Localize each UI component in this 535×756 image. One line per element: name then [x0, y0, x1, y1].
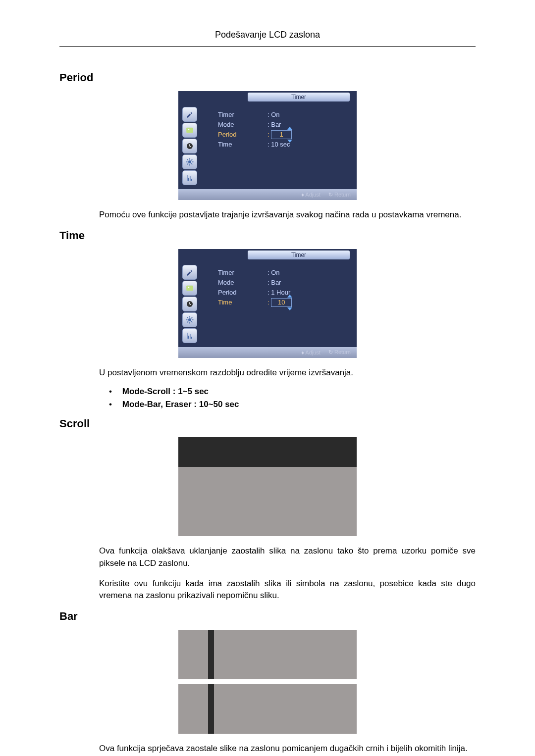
osd-value: : 1 [268, 130, 292, 140]
bar-cell [214, 630, 357, 679]
list-item-value: : 1~5 sec [170, 387, 209, 396]
osd-footer-adjust: ♦ Adjust [301, 192, 321, 198]
bar-cell [178, 684, 208, 734]
osd-footer-adjust: ♦ Adjust [301, 350, 321, 355]
osd-row-selected: Period : 1 [218, 130, 353, 140]
clock-icon [182, 297, 197, 311]
osd-row: Mode : Bar [218, 120, 353, 130]
osd-label: Timer [218, 110, 268, 120]
section-title-scroll: Scroll [59, 417, 476, 430]
picture-icon [182, 281, 197, 296]
paragraph: U postavljenom vremenskom razdoblju odre… [99, 367, 476, 379]
clock-icon [182, 139, 197, 153]
scroll-grey-area [178, 467, 357, 536]
osd-value-prefix: : [268, 299, 271, 306]
osd-value: : Bar [268, 120, 281, 130]
osd-screenshot-time: Timer Timer : On Mode : Bar Period : 1 H… [178, 249, 357, 358]
osd-label: Mode [218, 278, 268, 288]
osd-value: : Bar [268, 278, 281, 288]
bar-vertical-line [208, 630, 214, 679]
osd-label: Time [218, 140, 268, 150]
osd-value: : 10 [268, 298, 292, 307]
arrow-up-icon [287, 127, 292, 130]
list-item-label: Mode-Scroll [122, 387, 170, 396]
osd-icon-rail [182, 106, 218, 186]
list-item: Mode-Scroll : 1~5 sec [109, 387, 476, 397]
bar-illustration [178, 630, 357, 734]
osd-value-box: 1 [271, 130, 292, 139]
osd-screenshot-period: Timer Timer : On Mode : Bar Period : [178, 91, 357, 200]
section-title-time: Time [59, 229, 476, 242]
bar-gap [214, 679, 357, 684]
svg-point-1 [188, 129, 189, 130]
bullet-list: Mode-Scroll : 1~5 sec Mode-Bar, Eraser :… [109, 387, 476, 409]
scroll-illustration [178, 437, 357, 536]
osd-label: Period [218, 130, 268, 140]
bar-gap [208, 679, 214, 684]
osd-title: Timer [248, 93, 350, 101]
gear-icon [182, 312, 197, 327]
bar-cell [214, 684, 357, 734]
osd-row: Timer : On [218, 110, 353, 120]
brush-icon [182, 265, 197, 280]
osd-label: Mode [218, 120, 268, 130]
list-item-label: Mode-Bar, Eraser [122, 400, 192, 409]
osd-label: Period [218, 288, 268, 298]
osd-footer-return: ↻ Return [328, 192, 351, 198]
brush-icon [182, 107, 197, 122]
section-title-bar: Bar [59, 610, 476, 623]
section-title-period: Period [59, 71, 476, 84]
svg-point-7 [188, 318, 191, 321]
scroll-dark-band [178, 437, 357, 467]
osd-label: Timer [218, 268, 268, 278]
osd-row: Timer : On [218, 268, 353, 278]
osd-row: Time : 10 sec [218, 140, 353, 150]
osd-footer: ♦ Adjust ↻ Return [178, 189, 357, 200]
paragraph: Ova funkcija olakšava uklanjanje zaostal… [99, 545, 476, 569]
osd-title: Timer [248, 251, 350, 259]
arrow-up-icon [287, 295, 292, 298]
arrow-down-icon [287, 307, 292, 310]
paragraph: Koristite ovu funkciju kada ima zaostali… [99, 578, 476, 602]
svg-rect-4 [186, 285, 193, 291]
chart-icon [182, 170, 197, 185]
osd-box-text: 10 [278, 299, 285, 306]
gear-icon [182, 154, 197, 169]
osd-row: Mode : Bar [218, 278, 353, 288]
list-item: Mode-Bar, Eraser : 10~50 sec [109, 400, 476, 409]
bar-vertical-line [208, 684, 214, 734]
list-item-value: : 10~50 sec [192, 400, 239, 409]
osd-value-prefix: : [268, 131, 271, 138]
osd-value-box: 10 [271, 298, 292, 307]
osd-box-text: 1 [280, 131, 283, 138]
bar-cell [178, 630, 208, 679]
svg-point-5 [188, 287, 189, 288]
picture-icon [182, 123, 197, 138]
svg-rect-0 [186, 128, 193, 133]
page-title: Podešavanje LCD zaslona [59, 30, 476, 47]
osd-value: : 10 sec [268, 140, 290, 150]
bar-gap [178, 679, 208, 684]
chart-icon [182, 328, 197, 343]
osd-value: : On [268, 268, 280, 278]
osd-row: Period : 1 Hour [218, 288, 353, 298]
osd-value: : On [268, 110, 280, 120]
svg-point-3 [188, 160, 191, 163]
osd-footer: ♦ Adjust ↻ Return [178, 347, 357, 358]
osd-row-selected: Time : 10 [218, 298, 353, 307]
osd-footer-return: ↻ Return [328, 349, 351, 355]
paragraph: Ova funkcija sprječava zaostale slike na… [99, 743, 476, 755]
paragraph: Pomoću ove funkcije postavljate trajanje… [99, 209, 476, 221]
osd-label: Time [218, 298, 268, 307]
osd-icon-rail [182, 264, 218, 344]
